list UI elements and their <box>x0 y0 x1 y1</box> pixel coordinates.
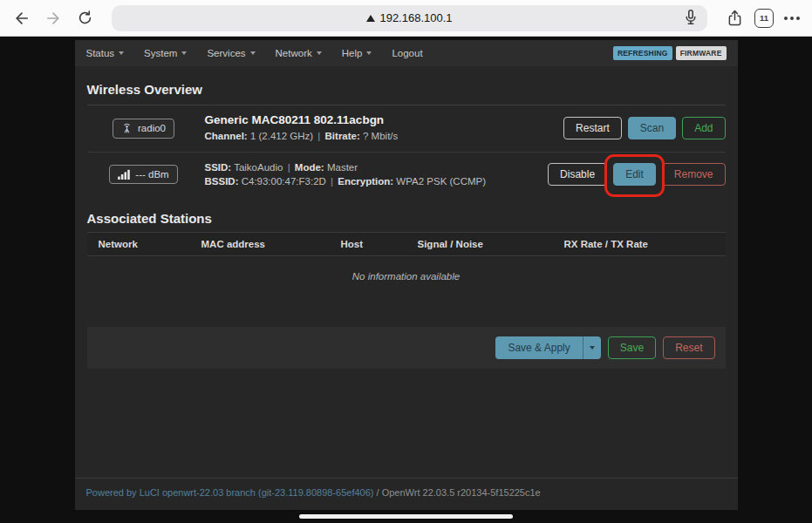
col-network: Network <box>99 239 201 249</box>
browser-toolbar: 192.168.100.1 11 <box>0 0 812 37</box>
menu-logout[interactable]: Logout <box>392 48 422 58</box>
signal-value: --- dBm <box>135 169 168 180</box>
browser-window: 192.168.100.1 11 Status System Services … <box>0 0 812 523</box>
signal-bars-icon <box>118 169 130 180</box>
status-indicators: REFRESHING FIRMWARE <box>613 46 727 60</box>
url-text: 192.168.100.1 <box>379 11 452 24</box>
chevron-down-icon <box>317 51 322 55</box>
restart-button[interactable]: Restart <box>563 117 622 139</box>
save-apply-dropdown[interactable] <box>583 336 601 359</box>
remove-button[interactable]: Remove <box>662 163 726 186</box>
empty-table-message: No information available <box>87 256 726 290</box>
wifi-line1: SSID: TaikoAudio | Mode: Master <box>205 160 549 175</box>
luci-app: Status System Services Network Help Logo… <box>75 40 738 510</box>
signal-badge: --- dBm <box>109 165 177 184</box>
wifi-line2: BSSID: C4:93:00:47:F3:2D | Encryption: W… <box>205 174 549 189</box>
address-bar[interactable]: 192.168.100.1 <box>112 5 707 31</box>
luci-version-link[interactable]: Powered by LuCI openwrt-22.03 branch (gi… <box>86 487 374 498</box>
add-button[interactable]: Add <box>682 117 725 139</box>
menu-network[interactable]: Network <box>276 48 322 58</box>
save-apply-combo: Save & Apply <box>495 336 600 359</box>
back-button[interactable] <box>10 7 33 30</box>
menu-status[interactable]: Status <box>86 48 125 58</box>
refreshing-badge[interactable]: REFRESHING <box>613 46 672 60</box>
reload-button[interactable] <box>73 7 96 30</box>
tab-count: 11 <box>760 13 768 23</box>
chevron-down-icon <box>590 346 595 350</box>
microphone-icon <box>681 8 700 27</box>
save-apply-button[interactable]: Save & Apply <box>495 336 583 359</box>
radio-badge: radio0 <box>113 119 174 139</box>
menu-help[interactable]: Help <box>342 48 372 58</box>
edit-button[interactable]: Edit <box>613 163 656 186</box>
reset-button[interactable]: Reset <box>663 336 714 359</box>
disable-button[interactable]: Disable <box>548 163 607 186</box>
menu-system[interactable]: System <box>144 48 187 58</box>
reload-icon <box>77 10 93 26</box>
home-indicator[interactable] <box>299 514 513 519</box>
page-background: Status System Services Network Help Logo… <box>0 37 812 523</box>
col-host: Host <box>341 239 418 249</box>
back-arrow-icon <box>13 10 31 27</box>
more-menu-button[interactable] <box>782 13 802 24</box>
page-footer: Powered by LuCI openwrt-22.03 branch (gi… <box>75 478 738 510</box>
action-bar: Save & Apply Save Reset <box>87 327 726 369</box>
stations-table-header: Network MAC address Host Signal / Noise … <box>87 232 726 256</box>
openwrt-version-text: / OpenWrt 22.03.5 r20134-5f15225c1e <box>377 487 541 498</box>
chevron-down-icon <box>250 51 256 55</box>
col-mac-address: MAC address <box>201 239 341 249</box>
radio-details: Channel: 1 (2.412 GHz) | Bitrate: ? Mbit… <box>205 129 564 144</box>
system-gesture-area <box>0 510 812 523</box>
radio-title: Generic MAC80211 802.11acbgn <box>205 113 564 126</box>
firmware-badge[interactable]: FIRMWARE <box>676 46 727 60</box>
tabs-button[interactable]: 11 <box>754 9 774 28</box>
forward-arrow-icon <box>44 10 62 27</box>
share-button[interactable] <box>723 7 746 30</box>
chevron-down-icon <box>119 51 124 55</box>
radio-name: radio0 <box>138 123 166 133</box>
scan-button[interactable]: Scan <box>628 117 676 139</box>
chevron-down-icon <box>366 51 372 55</box>
wifi-network-row: --- dBm SSID: TaikoAudio | Mode: Master … <box>87 153 726 197</box>
share-icon <box>726 9 744 27</box>
menu-services[interactable]: Services <box>207 48 255 58</box>
main-content: Wireless Overview radio0 Generic MAC8021… <box>75 66 738 478</box>
page-title: Wireless Overview <box>87 82 726 97</box>
col-rx-tx-rate: RX Rate / TX Rate <box>564 239 714 249</box>
forward-button[interactable] <box>42 7 65 30</box>
col-signal-noise: Signal / Noise <box>418 239 564 249</box>
stations-title: Associated Stations <box>87 211 726 226</box>
site-warning-icon <box>366 15 375 22</box>
luci-menubar: Status System Services Network Help Logo… <box>75 40 738 66</box>
antenna-icon <box>121 123 133 134</box>
radio-row: radio0 Generic MAC80211 802.11acbgn Chan… <box>87 105 726 153</box>
chevron-down-icon <box>181 51 187 55</box>
microphone-button[interactable] <box>681 8 700 27</box>
save-button[interactable]: Save <box>608 336 656 359</box>
more-dots-icon <box>784 17 788 20</box>
